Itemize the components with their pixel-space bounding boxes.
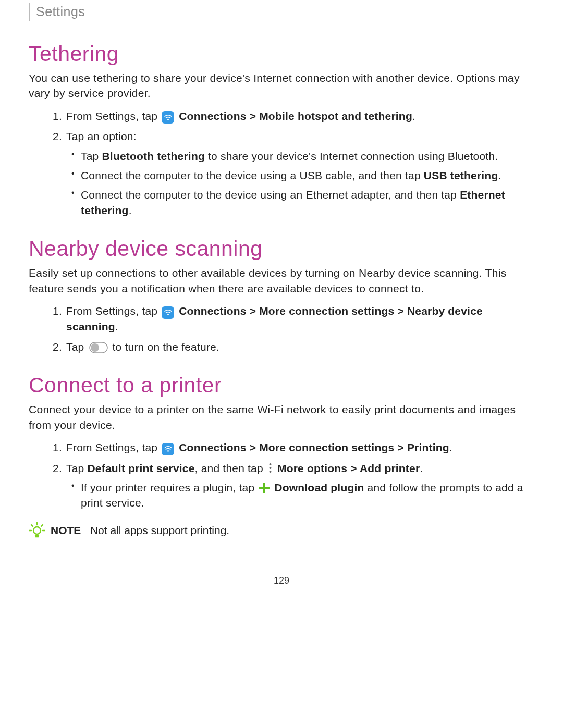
text-bold: More connection settings xyxy=(259,441,394,453)
text: Connect the computer to the device using… xyxy=(81,189,460,201)
text: Tap an option: xyxy=(66,130,137,142)
text: . xyxy=(115,320,118,332)
text: > xyxy=(394,305,407,317)
bullet-item: Connect the computer to the device using… xyxy=(81,187,534,218)
svg-point-6 xyxy=(269,467,271,469)
svg-point-7 xyxy=(269,471,271,473)
note-text: Not all apps support printing. xyxy=(90,524,229,536)
connections-icon xyxy=(162,443,174,455)
more-options-icon xyxy=(268,463,273,473)
connections-icon xyxy=(162,111,174,124)
svg-rect-9 xyxy=(259,487,270,489)
text: > xyxy=(247,110,260,122)
bullet-item: Connect the computer to the device using… xyxy=(81,168,534,183)
text: Tap xyxy=(66,341,88,353)
text: From Settings, tap xyxy=(66,305,161,317)
steps-nearby: From Settings, tap Connections > More co… xyxy=(29,303,534,354)
svg-point-15 xyxy=(33,527,41,534)
sub-bullets: If your printer requires a plugin, tap D… xyxy=(66,480,534,511)
text-bold: Connections xyxy=(179,305,246,317)
bullet-item: If your printer requires a plugin, tap D… xyxy=(81,480,534,511)
steps-tethering: From Settings, tap Connections > Mobile … xyxy=(29,108,534,218)
text: Tap xyxy=(81,150,102,162)
text-bold: Connections xyxy=(179,441,246,453)
text: Connect the computer to the device using… xyxy=(81,169,424,181)
text: > xyxy=(247,441,260,453)
text: > xyxy=(247,305,260,317)
text-bold: More options xyxy=(277,462,347,474)
step-item: From Settings, tap Connections > More co… xyxy=(65,440,534,455)
text: to share your device's Internet connecti… xyxy=(205,150,498,162)
svg-point-3 xyxy=(91,343,99,352)
text: to turn on the feature. xyxy=(113,341,219,353)
text-bold: Default print service xyxy=(88,462,195,474)
text: Tap xyxy=(66,462,88,474)
text: From Settings, tap xyxy=(66,441,161,453)
steps-printer: From Settings, tap Connections > More co… xyxy=(29,440,534,511)
text-bold: Printing xyxy=(407,441,449,453)
svg-point-1 xyxy=(167,314,169,315)
text: From Settings, tap xyxy=(66,110,161,122)
svg-point-5 xyxy=(269,463,271,465)
intro-nearby: Easily set up connections to other avail… xyxy=(29,265,534,296)
tip-bulb-icon xyxy=(29,522,45,539)
plus-icon xyxy=(259,482,270,493)
text: . xyxy=(129,204,132,216)
text-bold: Mobile hotspot and tethering xyxy=(259,110,412,122)
intro-tethering: You can use tethering to share your devi… xyxy=(29,70,534,101)
svg-point-4 xyxy=(167,450,169,452)
text-bold: USB tethering xyxy=(424,169,498,181)
svg-line-11 xyxy=(31,525,33,526)
intro-printer: Connect your device to a printer on the … xyxy=(29,402,534,433)
text: . xyxy=(498,169,501,181)
note-label: NOTE xyxy=(51,524,81,536)
note-content: NOTE Not all apps support printing. xyxy=(51,524,229,537)
text: . xyxy=(449,441,452,453)
text-bold: Add printer xyxy=(360,462,420,474)
text: > xyxy=(347,462,360,474)
text-bold: Bluetooth tethering xyxy=(102,150,205,162)
heading-nearby: Nearby device scanning xyxy=(29,237,534,261)
connections-icon xyxy=(162,306,174,319)
text-bold: More connection settings xyxy=(259,305,394,317)
sub-bullets: Tap Bluetooth tethering to share your de… xyxy=(66,149,534,218)
text: , and then tap xyxy=(195,462,266,474)
step-item: Tap an option: Tap Bluetooth tethering t… xyxy=(65,129,534,218)
toggle-off-icon xyxy=(89,342,108,353)
svg-line-12 xyxy=(41,525,43,526)
heading-tethering: Tethering xyxy=(29,42,534,66)
step-item: Tap to turn on the feature. xyxy=(65,339,534,354)
text: . xyxy=(412,110,415,122)
svg-point-0 xyxy=(167,119,169,120)
step-item: From Settings, tap Connections > Mobile … xyxy=(65,108,534,124)
text: . xyxy=(420,462,423,474)
heading-printer: Connect to a printer xyxy=(29,373,534,398)
note-row: NOTE Not all apps support printing. xyxy=(29,522,534,539)
text-bold: Download plugin xyxy=(274,482,364,493)
text-bold: Connections xyxy=(179,110,246,122)
breadcrumb: Settings xyxy=(29,3,534,21)
bullet-item: Tap Bluetooth tethering to share your de… xyxy=(81,149,534,164)
step-item: From Settings, tap Connections > More co… xyxy=(65,303,534,334)
page-number: 129 xyxy=(29,575,534,586)
text: > xyxy=(394,441,407,453)
step-item: Tap Default print service, and then tap … xyxy=(65,461,534,511)
text: If your printer requires a plugin, tap xyxy=(81,482,258,493)
